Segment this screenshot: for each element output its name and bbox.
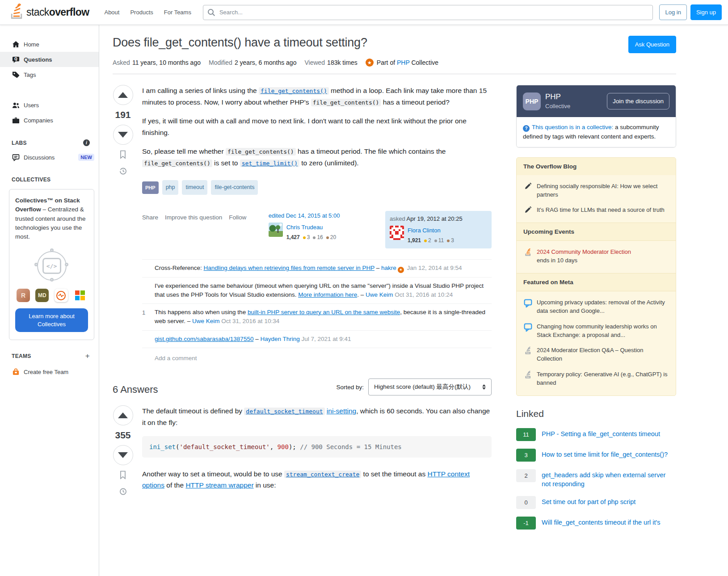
markdown-collective-icon[interactable]: MD: [35, 289, 49, 302]
meta-item[interactable]: Upcoming privacy updates: removal of the…: [517, 295, 676, 319]
linked-question-link[interactable]: get_headers add skip when external serve…: [542, 469, 676, 488]
collective-info-link[interactable]: This question is in a collective:: [532, 124, 613, 130]
sidebar-item-home[interactable]: Home: [0, 37, 99, 52]
inline-link[interactable]: Handling delays when retrieving files fr…: [204, 265, 375, 271]
bookmark-icon[interactable]: [118, 470, 128, 482]
meta-item[interactable]: Changing how community leadership works …: [517, 319, 676, 343]
question-stats: Asked11 years, 10 months ago Modified2 y…: [113, 59, 676, 67]
upvote-button[interactable]: [113, 85, 133, 105]
inline-code-link[interactable]: stream_context_create: [284, 471, 361, 478]
downvote-button[interactable]: [113, 445, 133, 465]
history-icon[interactable]: [118, 486, 128, 498]
stackoverflow-logo[interactable]: stackoverflow: [6, 4, 93, 21]
bookmark-icon[interactable]: [118, 149, 128, 161]
inline-link[interactable]: built-in PHP server to query an URL on t…: [248, 309, 400, 315]
reputation: 1,427: [286, 233, 300, 242]
linked-question-link[interactable]: Set time out for part of php script: [542, 496, 635, 506]
code-token-function: ini_set: [149, 443, 176, 450]
inline-link[interactable]: gist.github.com/sabarasaba/1387550: [155, 336, 253, 342]
improve-link[interactable]: Improve this question: [165, 213, 222, 248]
user-link[interactable]: Chris Trudeau: [286, 224, 323, 231]
text: So, please tell me whether: [142, 147, 226, 155]
comment-score: 1: [142, 308, 155, 326]
ask-question-button[interactable]: Ask Question: [628, 36, 676, 53]
comment: I've experienced the same behaviour (tim…: [142, 277, 492, 304]
downvote-button[interactable]: [113, 125, 133, 145]
sort-dropdown[interactable]: Highest score (default) 最高分(默认): [368, 378, 492, 395]
nav-for-teams[interactable]: For Teams: [159, 5, 197, 19]
avatar[interactable]: [269, 223, 283, 237]
php-collective-tag[interactable]: PHP: [142, 181, 159, 194]
answer-paragraph: The default timeout is defined by defaul…: [142, 405, 492, 428]
add-team-icon[interactable]: +: [85, 352, 90, 361]
tag-file-get-contents[interactable]: file-get-contents: [211, 180, 258, 195]
inline-code-link[interactable]: file_get_contents(): [259, 87, 329, 95]
upvote-button[interactable]: [113, 405, 133, 425]
linked-question-link[interactable]: Will file_get_contents timeout if the ur…: [542, 517, 661, 527]
nav-products[interactable]: Products: [125, 5, 158, 19]
history-icon[interactable]: [118, 166, 128, 178]
tag-php[interactable]: php: [162, 180, 179, 195]
info-icon[interactable]: i: [83, 139, 90, 146]
tag-timeout[interactable]: timeout: [182, 180, 207, 195]
user-link[interactable]: Uwe Keim: [366, 291, 393, 298]
question-answer-column: 191: [113, 85, 492, 537]
linked-question-link[interactable]: How to set time limit for file_get_conte…: [542, 449, 668, 459]
linked-header: Linked: [516, 408, 676, 419]
inline-code-link[interactable]: default_socket_timeout: [244, 408, 324, 415]
text: of the: [164, 481, 185, 489]
avatar[interactable]: [390, 226, 404, 240]
text: to zero (unlimited).: [299, 159, 359, 167]
gold-badges: 2: [424, 236, 431, 245]
meta-item[interactable]: 2024 Moderator Election Q&A – Question C…: [517, 343, 676, 367]
share-link[interactable]: Share: [142, 213, 158, 248]
sidebar-item-tags[interactable]: Tags: [0, 67, 99, 82]
signup-button[interactable]: Sign up: [690, 4, 722, 20]
answer-vote-count: 355: [115, 430, 130, 441]
observability-collective-icon[interactable]: [55, 289, 68, 302]
event-subtitle: ends in 10 days: [537, 257, 577, 264]
sidebar-item-discussions[interactable]: Discussions NEW: [0, 150, 99, 165]
sidebar-item-companies[interactable]: Companies: [0, 113, 99, 128]
microsoft-collective-icon[interactable]: [73, 289, 87, 302]
event-item[interactable]: 2024 Community Moderator Election ends i…: [517, 244, 676, 269]
login-button[interactable]: Log in: [659, 4, 686, 20]
user-link[interactable]: Hayden Thring: [260, 336, 299, 342]
text: has a timeout period?: [381, 98, 449, 106]
comments-section: Cross-Reference: Handling delays when re…: [142, 259, 492, 364]
code-token-number: 900: [278, 443, 289, 450]
event-link[interactable]: 2024 Community Moderator Election: [537, 248, 631, 256]
sidebar-item-create-team[interactable]: Create free Team: [0, 364, 99, 379]
nav-about[interactable]: About: [99, 5, 125, 19]
linked-score-badge: -1: [516, 517, 536, 530]
linked-item: 11 PHP - Setting a file_get_contents tim…: [516, 428, 676, 441]
inline-link[interactable]: HTTP stream wrapper: [185, 481, 253, 489]
text: –: [253, 336, 260, 342]
search-input[interactable]: [203, 5, 653, 20]
user-link[interactable]: Uwe Keim: [192, 318, 220, 324]
inline-link[interactable]: ini-setting: [327, 407, 356, 415]
sidebar-item-questions[interactable]: Q Questions: [0, 52, 99, 67]
blog-item[interactable]: Defining socially responsible AI: How we…: [517, 179, 676, 203]
inline-code: file_get_contents(): [226, 148, 296, 156]
follow-link[interactable]: Follow: [229, 213, 246, 248]
blog-item[interactable]: It's RAG time for LLMs that need a sourc…: [517, 202, 676, 218]
join-discussion-button[interactable]: Join the discussion: [607, 93, 669, 109]
comment-score: [142, 335, 155, 344]
left-sidebar: Home Q Questions: [0, 25, 99, 576]
add-comment-link[interactable]: Add a comment: [155, 353, 197, 363]
edit-history-link[interactable]: edited Dec 14, 2015 at 5:00: [269, 212, 340, 219]
learn-more-collectives-button[interactable]: Learn more about Collectives: [15, 308, 88, 332]
r-collective-icon[interactable]: R: [17, 289, 30, 302]
meta-item[interactable]: Temporary policy: Generative AI (e.g., C…: [517, 367, 676, 391]
user-link[interactable]: hakre: [381, 265, 396, 271]
tag-row: PHP php timeout file-get-contents: [142, 180, 492, 195]
linked-question-link[interactable]: PHP - Setting a file_get_contents timeou…: [542, 428, 660, 438]
inline-code-link[interactable]: set_time_limit(): [240, 160, 299, 167]
collectives-promo-card: Collectives™ on Stack Overflow – Central…: [9, 189, 94, 340]
php-collective-link[interactable]: PHP: [397, 59, 410, 66]
sidebar-item-users[interactable]: Users: [0, 97, 99, 113]
question-post: 191: [113, 85, 492, 363]
inline-link[interactable]: More information here: [298, 291, 357, 298]
user-link[interactable]: Flora Clinton: [408, 227, 441, 234]
